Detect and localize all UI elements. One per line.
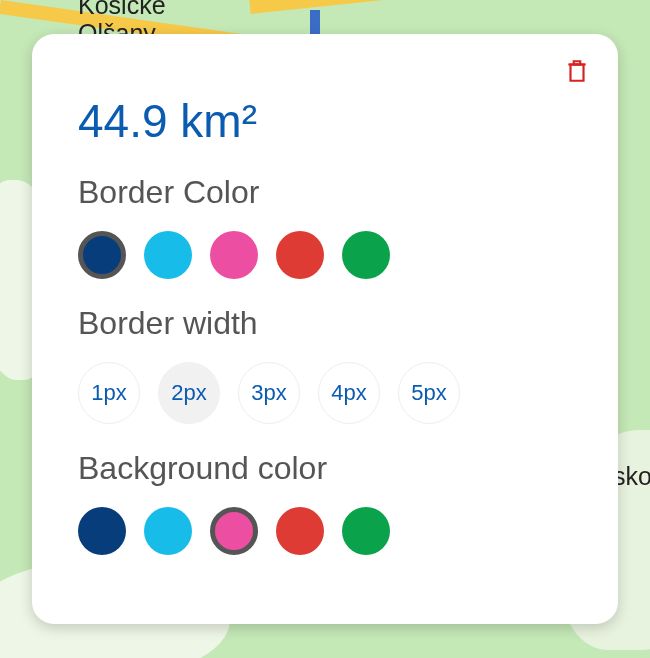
border-color-title: Border Color <box>78 174 572 211</box>
border-width-label: 5px <box>411 380 446 406</box>
border-width-option[interactable]: 3px <box>238 362 300 424</box>
border-width-title: Border width <box>78 305 572 342</box>
border-color-swatch[interactable] <box>78 231 126 279</box>
border-color-swatch[interactable] <box>342 231 390 279</box>
trash-icon <box>564 58 590 84</box>
background-color-swatch[interactable] <box>210 507 258 555</box>
border-color-swatch[interactable] <box>210 231 258 279</box>
background-color-title: Background color <box>78 450 572 487</box>
border-color-swatch[interactable] <box>276 231 324 279</box>
border-color-row <box>78 231 572 279</box>
shape-style-card: 44.9 km² Border Color Border width 1px2p… <box>32 34 618 624</box>
border-width-option[interactable]: 2px <box>158 362 220 424</box>
background-color-row <box>78 507 572 555</box>
border-width-option[interactable]: 4px <box>318 362 380 424</box>
border-width-option[interactable]: 1px <box>78 362 140 424</box>
area-measurement: 44.9 km² <box>78 94 572 148</box>
background-color-swatch[interactable] <box>342 507 390 555</box>
background-color-swatch[interactable] <box>144 507 192 555</box>
border-width-label: 4px <box>331 380 366 406</box>
border-width-label: 2px <box>171 380 206 406</box>
border-width-label: 3px <box>251 380 286 406</box>
background-color-swatch[interactable] <box>276 507 324 555</box>
border-width-row: 1px2px3px4px5px <box>78 362 572 424</box>
border-color-swatch[interactable] <box>144 231 192 279</box>
border-width-label: 1px <box>91 380 126 406</box>
background-color-swatch[interactable] <box>78 507 126 555</box>
border-width-option[interactable]: 5px <box>398 362 460 424</box>
map-side-label: sko <box>613 462 650 491</box>
delete-button[interactable] <box>564 58 592 86</box>
